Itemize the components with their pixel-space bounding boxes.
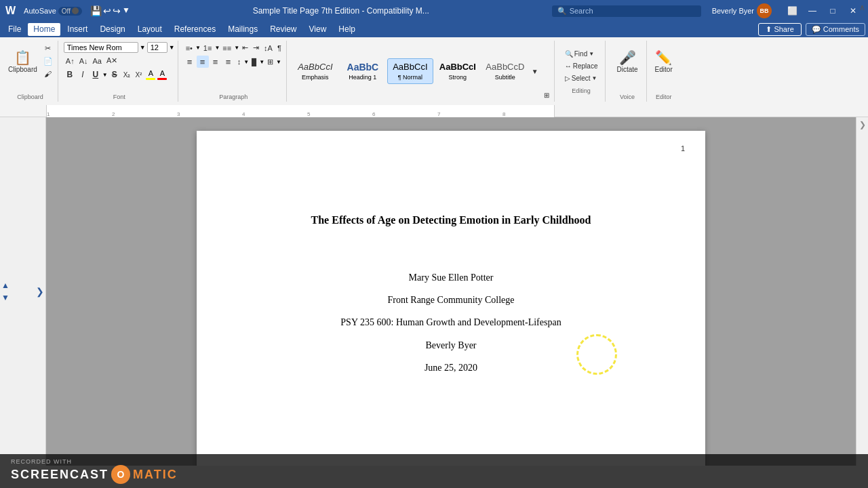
find-button[interactable]: 🔍 Find ▼ — [563, 49, 600, 59]
clear-format-button[interactable]: A✕ — [104, 55, 119, 66]
comments-button[interactable]: 💬 Comments — [806, 23, 865, 36]
borders-button[interactable]: ⊞ — [265, 56, 275, 68]
numbering-button[interactable]: 1≡ — [201, 43, 214, 54]
share-button[interactable]: ⬆ Share — [758, 23, 801, 36]
styles-expand-button[interactable]: ⊞ — [542, 90, 551, 100]
style-normal-preview: AaBbCcI — [389, 62, 431, 73]
multilevel-list-button[interactable]: ≡≡ — [220, 43, 233, 54]
superscript-button[interactable]: X² — [133, 70, 144, 80]
styles-more-button[interactable]: ▼ — [530, 66, 540, 77]
bold-button[interactable]: B — [64, 68, 76, 81]
document-scroll[interactable]: 1 The Effects of Age on Detecting Emotio… — [46, 117, 856, 466]
bullets-dropdown[interactable]: ▼ — [195, 45, 201, 51]
collapse-ribbon-button[interactable]: ∧ — [859, 3, 865, 12]
dictate-button[interactable]: 🎤 Dictate — [614, 42, 640, 80]
menu-insert[interactable]: Insert — [62, 23, 93, 36]
font-name-input[interactable] — [64, 42, 138, 53]
sidebar-up-arrow[interactable]: ▲ — [1, 281, 9, 290]
strikethrough-button[interactable]: S — [108, 68, 121, 81]
screencast-logo: O — [111, 465, 130, 484]
menu-layout[interactable]: Layout — [132, 23, 167, 36]
underline-button[interactable]: U — [90, 68, 102, 81]
menu-mailings[interactable]: Mailings — [222, 23, 263, 36]
format-painter-button[interactable]: 🖌 — [41, 68, 55, 79]
font-color — [157, 78, 167, 80]
menu-help[interactable]: Help — [333, 23, 361, 36]
user-area: Beverly Byer BB — [712, 3, 772, 18]
left-sidebar: ❯ ▲ ▼ — [0, 117, 46, 466]
search-input[interactable] — [570, 7, 678, 15]
line-spacing-button[interactable]: ↕ — [235, 56, 243, 67]
paste-button[interactable]: 📋 Clipboard — [5, 42, 40, 80]
menu-design[interactable]: Design — [94, 23, 130, 36]
minimize-button[interactable]: — — [803, 1, 822, 20]
user-avatar[interactable]: BB — [757, 3, 772, 18]
ribbon-toggle-button[interactable]: ⬜ — [783, 1, 802, 20]
undo-icon[interactable]: ↩ — [103, 5, 111, 16]
window-controls: ⬜ — □ ✕ — [783, 1, 863, 20]
shading-button[interactable]: █ — [250, 57, 258, 67]
toggle-off-label: Off — [62, 7, 71, 15]
app-icon: W — [5, 5, 16, 17]
find-dropdown[interactable]: ▼ — [589, 51, 594, 57]
paragraph-group: ≡• ▼ 1≡ ▼ ≡≡ ▼ ⇤ ⇥ ↕A ¶ ≡ ≡ ≡ ≡ ↕ ▼ █ ▼ … — [181, 41, 287, 102]
subscript-button[interactable]: X₂ — [121, 70, 133, 80]
decrease-indent-button[interactable]: ⇤ — [240, 42, 250, 54]
align-left-button[interactable]: ≡ — [184, 56, 196, 68]
sidebar-expand-arrow[interactable]: ❯ — [36, 286, 44, 297]
increase-indent-button[interactable]: ⇥ — [251, 42, 261, 54]
comments-label: Comments — [823, 25, 859, 33]
font-color-icon[interactable]: A — [160, 69, 165, 77]
borders-dropdown[interactable]: ▼ — [276, 59, 281, 65]
change-case-button[interactable]: Aa — [91, 56, 104, 66]
menu-references[interactable]: References — [169, 23, 221, 36]
customize-icon[interactable]: ▼ — [122, 5, 130, 16]
save-icon[interactable]: 💾 — [90, 5, 102, 16]
shading-dropdown[interactable]: ▼ — [259, 59, 264, 65]
style-strong[interactable]: AaBbCcI Strong — [435, 59, 481, 83]
menu-file[interactable]: File — [3, 23, 26, 36]
underline-dropdown[interactable]: ▼ — [102, 72, 108, 78]
menu-review[interactable]: Review — [264, 23, 302, 36]
style-subtitle[interactable]: AaBbCcD Subtitle — [482, 59, 528, 83]
right-sidebar-arrow[interactable]: ❯ — [856, 120, 868, 129]
editor-button[interactable]: ✏️ Editor — [652, 42, 675, 80]
replace-button[interactable]: ↔ Replace — [563, 61, 600, 71]
page-number: 1 — [681, 144, 685, 152]
numbering-dropdown[interactable]: ▼ — [214, 45, 220, 51]
style-heading1[interactable]: AaBbC Heading 1 — [340, 59, 386, 84]
align-right-button[interactable]: ≡ — [210, 56, 222, 68]
style-emphasis[interactable]: AaBbCcI Emphasis — [292, 59, 338, 83]
show-formatting-button[interactable]: ¶ — [275, 43, 283, 54]
text-highlight-icon[interactable]: A — [149, 69, 153, 77]
font-dropdown-icon[interactable]: ▼ — [140, 44, 146, 51]
bullets-button[interactable]: ≡• — [184, 43, 195, 54]
recorded-with-label: RECORDED WITH — [11, 459, 178, 465]
size-dropdown-icon[interactable]: ▼ — [169, 44, 175, 51]
sort-button[interactable]: ↕A — [262, 43, 275, 54]
editor-group: ✏️ Editor Editor — [650, 41, 678, 102]
autosave-toggle[interactable]: Off — [58, 7, 82, 16]
toolbar: 📋 Clipboard ✂ 📄 🖌 Clipboard ▼ ▼ A↑ A↓ Aa — [0, 37, 868, 105]
share-label: Share — [774, 25, 793, 33]
editor-icon: ✏️ — [655, 49, 672, 66]
justify-button[interactable]: ≡ — [222, 56, 235, 68]
align-center-button[interactable]: ≡ — [197, 56, 209, 68]
italic-button[interactable]: I — [77, 68, 89, 81]
style-subtitle-label: Subtitle — [484, 74, 527, 81]
cut-button[interactable]: ✂ — [41, 43, 55, 54]
style-normal[interactable]: AaBbCcI ¶ Normal — [387, 58, 433, 84]
increase-font-button[interactable]: A↑ — [64, 56, 77, 66]
menu-home[interactable]: Home — [28, 23, 60, 36]
font-size-input[interactable] — [147, 42, 167, 53]
redo-icon[interactable]: ↪ — [113, 5, 121, 16]
multilevel-dropdown[interactable]: ▼ — [234, 45, 239, 51]
maximize-button[interactable]: □ — [823, 1, 842, 20]
sidebar-down-arrow[interactable]: ▼ — [1, 293, 9, 302]
copy-button[interactable]: 📄 — [41, 56, 55, 67]
line-spacing-dropdown[interactable]: ▼ — [243, 59, 249, 65]
select-dropdown[interactable]: ▼ — [592, 75, 597, 81]
decrease-font-button[interactable]: A↓ — [77, 56, 90, 66]
select-button[interactable]: ▷ Select ▼ — [563, 73, 600, 83]
menu-view[interactable]: View — [304, 23, 332, 36]
